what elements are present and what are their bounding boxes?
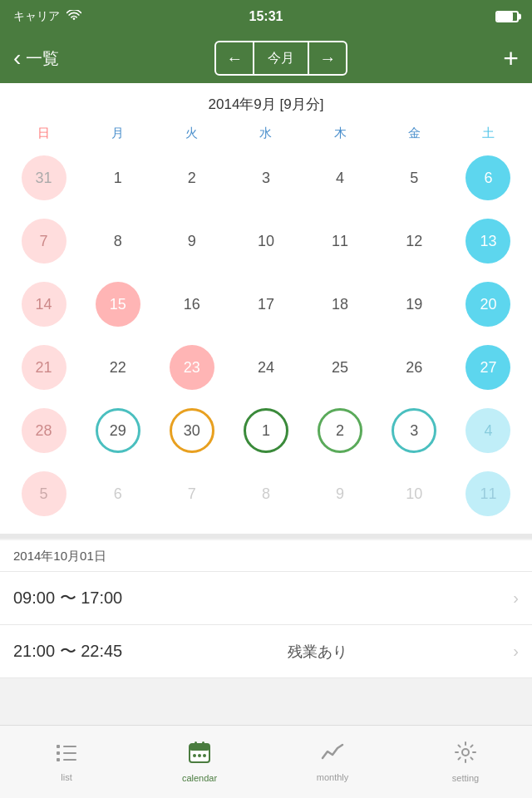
tab-calendar-label: calendar (182, 773, 217, 783)
cal-day[interactable]: 10 (229, 211, 303, 271)
day-24: 24 (244, 345, 288, 390)
day-oct3: 3 (392, 408, 436, 453)
day-25: 25 (318, 345, 362, 390)
cal-day[interactable]: 26 (377, 337, 451, 397)
cal-day[interactable]: 13 (451, 211, 525, 271)
cal-day[interactable]: 23 (155, 337, 229, 397)
cal-day[interactable]: 10 (377, 464, 451, 524)
day-12: 12 (392, 219, 436, 264)
tab-monthly[interactable]: monthly (266, 742, 399, 782)
day-29: 29 (96, 408, 140, 453)
tab-bar: list calendar monthly (0, 725, 532, 798)
carrier-label: キャリア (13, 9, 60, 24)
cal-day[interactable]: 9 (155, 211, 229, 271)
day-23: 23 (170, 345, 214, 390)
day-28: 28 (22, 408, 66, 453)
setting-icon (454, 741, 477, 770)
day-30: 30 (170, 408, 214, 453)
svg-point-11 (198, 754, 201, 757)
calendar-title: 2014年9月 [9月分] (0, 83, 532, 119)
svg-rect-2 (57, 751, 60, 755)
day-6: 6 (466, 155, 510, 200)
cal-day[interactable]: 27 (451, 337, 525, 397)
cal-day[interactable]: 18 (303, 274, 377, 334)
cal-day[interactable]: 28 (7, 401, 81, 461)
next-month-button[interactable]: → (309, 42, 346, 74)
tab-calendar[interactable]: calendar (133, 741, 266, 783)
event-date-header: 2014年10月01日 (0, 540, 532, 572)
list-icon (55, 742, 78, 769)
day-10: 10 (244, 219, 288, 264)
day-oct2: 2 (318, 408, 362, 453)
cal-day[interactable]: 2 (303, 401, 377, 461)
weekday-thu: 木 (303, 122, 377, 145)
today-button[interactable]: 今月 (253, 42, 309, 74)
prev-month-button[interactable]: ← (216, 42, 253, 74)
cal-day[interactable]: 22 (81, 337, 155, 397)
cal-day[interactable]: 7 (7, 211, 81, 271)
weekday-row: 日 月 火 水 木 金 土 (0, 119, 532, 148)
cal-day[interactable]: 19 (377, 274, 451, 334)
day-15: 15 (96, 282, 140, 327)
cal-day[interactable]: 14 (7, 274, 81, 334)
day-14: 14 (22, 282, 66, 327)
event-time-2: 21:00 〜 22:45 (13, 640, 122, 663)
tab-setting[interactable]: setting (399, 741, 532, 783)
back-button[interactable]: ‹ 一覧 (13, 45, 59, 71)
nav-bar: ‹ 一覧 ← 今月 → + (0, 33, 532, 83)
cal-day[interactable]: 20 (451, 274, 525, 334)
cal-day[interactable]: 6 (81, 464, 155, 524)
weekday-tue: 火 (155, 122, 229, 145)
day-22: 22 (96, 345, 140, 390)
battery-icon (495, 11, 519, 22)
tab-list[interactable]: list (0, 742, 133, 782)
cal-day[interactable]: 25 (303, 337, 377, 397)
day-13: 13 (466, 219, 510, 264)
event-row-1[interactable]: 09:00 〜 17:00 › (0, 572, 532, 625)
cal-day[interactable]: 4 (451, 401, 525, 461)
section-divider (0, 534, 532, 539)
svg-point-12 (203, 754, 206, 757)
cal-day[interactable]: 16 (155, 274, 229, 334)
day-26: 26 (392, 345, 436, 390)
cal-day[interactable]: 4 (303, 148, 377, 208)
cal-day[interactable]: 3 (229, 148, 303, 208)
cal-day[interactable]: 7 (155, 464, 229, 524)
weekday-mon: 月 (81, 122, 155, 145)
cal-day[interactable]: 2 (155, 148, 229, 208)
cal-day[interactable]: 8 (81, 211, 155, 271)
cal-day[interactable]: 11 (451, 464, 525, 524)
cal-day[interactable]: 5 (377, 148, 451, 208)
cal-day[interactable]: 29 (81, 401, 155, 461)
day-oct8: 8 (244, 471, 288, 516)
day-oct5: 5 (22, 471, 66, 516)
cal-day[interactable]: 5 (7, 464, 81, 524)
cal-day[interactable]: 24 (229, 337, 303, 397)
cal-day[interactable]: 6 (451, 148, 525, 208)
day-5: 5 (392, 155, 436, 200)
cal-day[interactable]: 1 (81, 148, 155, 208)
day-19: 19 (392, 282, 436, 327)
cal-day[interactable]: 8 (229, 464, 303, 524)
cal-day[interactable]: 15 (81, 274, 155, 334)
back-arrow-icon: ‹ (13, 45, 21, 71)
day-oct7: 7 (170, 471, 214, 516)
cal-day[interactable]: 21 (7, 337, 81, 397)
cal-day[interactable]: 1 (229, 401, 303, 461)
add-button[interactable]: + (503, 45, 519, 71)
svg-point-10 (193, 754, 196, 757)
svg-rect-4 (57, 758, 60, 761)
status-time: 15:31 (249, 9, 283, 24)
cal-day[interactable]: 30 (155, 401, 229, 461)
cal-day[interactable]: 9 (303, 464, 377, 524)
cal-day[interactable]: 12 (377, 211, 451, 271)
event-row-2[interactable]: 21:00 〜 22:45 残業あり › (0, 625, 532, 678)
cal-day[interactable]: 3 (377, 401, 451, 461)
cal-day[interactable]: 11 (303, 211, 377, 271)
cal-day[interactable]: 17 (229, 274, 303, 334)
month-controls: ← 今月 → (214, 41, 347, 76)
tab-monthly-label: monthly (317, 772, 349, 782)
cal-day[interactable]: 31 (7, 148, 81, 208)
tab-setting-label: setting (452, 773, 479, 783)
svg-rect-0 (57, 745, 60, 748)
